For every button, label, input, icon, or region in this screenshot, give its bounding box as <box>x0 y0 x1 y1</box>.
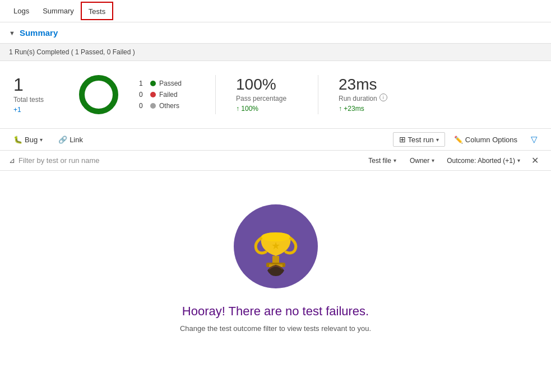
link-button[interactable]: 🔗 Link <box>54 133 87 146</box>
toolbar-right: ⊞ Test run ▾ ✏️ Column Options ▽ <box>393 132 542 147</box>
summary-section-heading: ▼ Summary <box>0 22 551 44</box>
outcome-dropdown[interactable]: Outcome: Aborted (+1) ▾ <box>443 155 524 166</box>
filter-funnel-icon: ⊿ <box>9 156 15 165</box>
legend-passed: 1 Passed <box>139 80 195 87</box>
filter-icon: ▽ <box>531 134 538 144</box>
info-bar-text: 1 Run(s) Completed ( 1 Passed, 0 Failed … <box>9 48 135 56</box>
column-options-button[interactable]: ✏️ Column Options <box>450 133 522 146</box>
total-tests-block: 1 Total tests +1 <box>13 76 58 114</box>
failed-label: Failed <box>159 91 178 99</box>
duration-value: 23ms <box>339 77 400 92</box>
pass-pct-block: 100% Pass percentage ↑ 100% <box>236 77 298 113</box>
empty-state: ★ Hooray! There are no test failures. Ch… <box>0 171 551 366</box>
outcome-label: Outcome: Aborted (+1) <box>447 157 515 165</box>
filter-icon-button[interactable]: ▽ <box>526 132 542 147</box>
legend: 1 Passed 0 Failed 0 Others <box>139 80 195 110</box>
column-options-icon: ✏️ <box>454 136 463 144</box>
svg-text:★: ★ <box>271 240 280 251</box>
failed-count: 0 <box>139 91 147 99</box>
tab-summary[interactable]: Summary <box>36 2 81 20</box>
duration-block: 23ms Run duration i ↑ +23ms <box>339 77 400 113</box>
bug-chevron: ▾ <box>40 137 43 143</box>
toolbar: 🐛 Bug ▾ 🔗 Link ⊞ Test run ▾ ✏️ Column Op… <box>0 129 551 151</box>
test-file-dropdown[interactable]: Test file ▾ <box>364 155 401 166</box>
passed-dot <box>150 81 156 86</box>
info-icon[interactable]: i <box>379 94 387 101</box>
hooray-sub: Change the test outcome filter to view t… <box>180 324 371 333</box>
test-run-button[interactable]: ⊞ Test run ▾ <box>393 132 445 147</box>
total-delta: +1 <box>13 106 58 114</box>
test-file-label: Test file <box>368 157 391 165</box>
others-dot <box>150 103 156 109</box>
test-file-chevron: ▾ <box>393 157 396 164</box>
bug-label: Bug <box>25 136 38 144</box>
total-count: 1 <box>13 76 58 94</box>
owner-dropdown[interactable]: Owner ▾ <box>405 155 439 166</box>
failed-dot <box>150 92 156 97</box>
info-bar: 1 Run(s) Completed ( 1 Passed, 0 Failed … <box>0 44 551 61</box>
svg-point-1 <box>82 78 115 111</box>
stats-section: 1 Total tests +1 1 Passed 0 Failed 0 Oth… <box>0 61 551 129</box>
stats-divider <box>215 75 216 114</box>
others-label: Others <box>159 102 179 110</box>
top-tabs-bar: Logs Summary Tests <box>0 0 551 22</box>
close-icon: ✕ <box>531 156 539 165</box>
hooray-text: Hooray! There are no test failures. <box>182 304 369 319</box>
link-icon: 🔗 <box>58 136 67 144</box>
owner-chevron: ▾ <box>432 157 434 164</box>
column-options-label: Column Options <box>465 136 517 144</box>
svg-rect-5 <box>272 256 279 263</box>
test-run-label: Test run <box>408 136 434 144</box>
link-label: Link <box>70 136 83 144</box>
outcome-chevron: ▾ <box>517 157 520 164</box>
test-run-chevron: ▾ <box>436 137 439 143</box>
grid-icon: ⊞ <box>399 135 406 144</box>
pass-pct-value: 100% <box>236 77 298 92</box>
legend-failed: 0 Failed <box>139 91 195 99</box>
duration-label-row: Run duration i <box>339 92 400 102</box>
tab-tests[interactable]: Tests <box>81 2 113 20</box>
stats-divider-2 <box>318 75 318 114</box>
trophy-circle: ★ <box>234 204 318 288</box>
document-icon: 🐛 <box>13 136 22 144</box>
close-filter-button[interactable]: ✕ <box>528 154 542 167</box>
others-count: 0 <box>139 102 147 110</box>
filter-left[interactable]: ⊿ Filter by test or run name <box>9 156 100 165</box>
passed-count: 1 <box>139 80 147 87</box>
total-label: Total tests <box>13 96 58 104</box>
owner-label: Owner <box>410 157 429 165</box>
bug-button[interactable]: 🐛 Bug ▾ <box>9 133 47 146</box>
tab-logs[interactable]: Logs <box>7 2 36 20</box>
toolbar-left: 🐛 Bug ▾ 🔗 Link <box>9 133 87 146</box>
chevron-down-icon[interactable]: ▼ <box>9 30 15 36</box>
donut-chart <box>76 72 121 117</box>
filter-right: Test file ▾ Owner ▾ Outcome: Aborted (+1… <box>364 154 542 167</box>
summary-heading-label: Summary <box>20 28 58 38</box>
legend-others: 0 Others <box>139 102 195 110</box>
filter-placeholder: Filter by test or run name <box>18 156 100 165</box>
filter-bar: ⊿ Filter by test or run name Test file ▾… <box>0 151 551 171</box>
passed-label: Passed <box>159 80 182 87</box>
duration-label: Run duration <box>339 95 377 102</box>
duration-delta: ↑ +23ms <box>339 105 400 113</box>
pass-pct-delta: ↑ 100% <box>236 105 298 113</box>
pass-pct-label: Pass percentage <box>236 95 298 102</box>
